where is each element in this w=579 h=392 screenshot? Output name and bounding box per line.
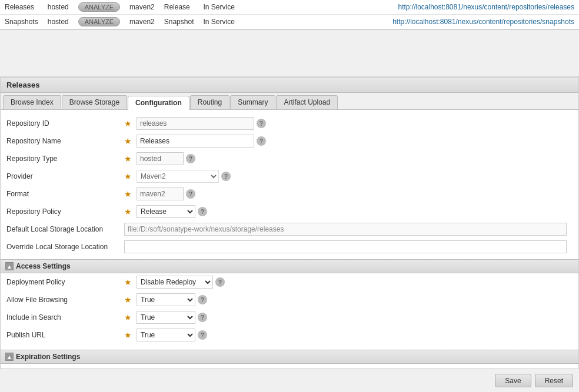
row-provider: maven2	[125, 0, 159, 15]
row-type: hosted	[43, 0, 74, 15]
required-star-8: ★	[124, 295, 132, 304]
row-name: Snapshots	[0, 15, 43, 29]
default-storage-row: Default Local Storage Location	[1, 220, 578, 238]
row-url[interactable]: http://localhost:8081/nexus/content/repo…	[239, 0, 579, 15]
default-storage-input	[124, 223, 567, 236]
allow-file-browsing-help-icon[interactable]: ?	[198, 295, 207, 304]
analyze-button[interactable]: ANALYZE	[78, 2, 120, 12]
deployment-policy-label: Deployment Policy	[6, 278, 124, 286]
publish-url-controls: ★ True False ?	[124, 329, 207, 341]
analyze-button[interactable]: ANALYZE	[78, 17, 120, 26]
reset-button[interactable]: Reset	[535, 374, 573, 387]
access-settings-header: ▲ Access Settings	[1, 259, 578, 273]
repository-policy-select[interactable]: Release Snapshot	[137, 205, 195, 218]
allow-file-browsing-controls: ★ True False ?	[124, 293, 207, 306]
repository-policy-help-icon[interactable]: ?	[198, 207, 207, 216]
format-help-icon[interactable]: ?	[186, 189, 195, 199]
include-in-search-help-icon[interactable]: ?	[198, 313, 207, 322]
override-storage-input[interactable]	[124, 240, 567, 253]
row-type: hosted	[43, 15, 74, 29]
expiration-settings-title: Expiration Settings	[16, 353, 80, 361]
repository-name-controls: ★ ?	[124, 135, 266, 148]
repository-id-controls: ★ ?	[124, 117, 266, 130]
access-settings-title: Access Settings	[16, 262, 71, 270]
tab-browse-index[interactable]: Browse Index	[3, 95, 61, 109]
deployment-policy-row: Deployment Policy ★ Disable Redeploy All…	[1, 273, 578, 291]
repository-name-label: Repository Name	[6, 137, 124, 145]
row-analyze[interactable]: ANALYZE	[74, 0, 125, 15]
include-in-search-controls: ★ True False ?	[124, 311, 207, 324]
collapse-icon[interactable]: ▲	[5, 262, 14, 270]
required-star-10: ★	[124, 330, 132, 340]
row-provider: maven2	[125, 15, 159, 29]
allow-file-browsing-row: Allow File Browsing ★ True False ?	[1, 291, 578, 309]
tab-bar: Browse IndexBrowse StorageConfigurationR…	[1, 93, 578, 110]
allow-file-browsing-select[interactable]: True False	[137, 293, 195, 306]
row-status: In Service	[198, 0, 239, 15]
row-policy: Release	[159, 0, 199, 15]
repository-list: Releases hosted ANALYZE maven2 Release I…	[0, 0, 579, 30]
repository-id-label: Repository ID	[6, 119, 124, 128]
collapse-expiration-icon[interactable]: ▲	[5, 353, 14, 361]
repository-name-input[interactable]	[137, 135, 254, 148]
spacer	[0, 30, 579, 77]
deployment-policy-select[interactable]: Disable Redeploy Allow Redeploy Read Onl…	[137, 276, 213, 289]
format-label: Format	[6, 190, 124, 198]
format-input	[137, 187, 184, 200]
repository-name-help-icon[interactable]: ?	[257, 136, 266, 146]
button-bar: Save Reset	[0, 368, 579, 392]
required-star-9: ★	[124, 313, 132, 322]
required-star: ★	[124, 119, 132, 128]
repository-policy-row: Repository Policy ★ Release Snapshot ?	[1, 203, 578, 220]
repository-type-label: Repository Type	[6, 155, 124, 163]
deployment-policy-help-icon[interactable]: ?	[215, 277, 225, 287]
tab-routing[interactable]: Routing	[190, 95, 229, 109]
required-star-4: ★	[124, 172, 132, 181]
default-storage-label: Default Local Storage Location	[6, 225, 124, 233]
repository-type-help-icon[interactable]: ?	[186, 154, 195, 163]
repository-type-input	[137, 152, 184, 165]
deployment-policy-controls: ★ Disable Redeploy Allow Redeploy Read O…	[124, 276, 225, 289]
include-in-search-row: Include in Search ★ True False ?	[1, 309, 578, 326]
required-star-5: ★	[124, 189, 132, 199]
provider-controls: ★ Maven2 ?	[124, 170, 231, 183]
row-name: Releases	[0, 0, 43, 15]
row-url[interactable]: http://localhost:8081/nexus/content/repo…	[239, 15, 579, 29]
override-storage-label: Override Local Storage Location	[6, 243, 124, 251]
row-status: In Service	[198, 15, 239, 29]
override-storage-row: Override Local Storage Location	[1, 238, 578, 256]
format-row: Format ★ ?	[1, 185, 578, 203]
repository-type-row: Repository Type ★ ?	[1, 150, 578, 167]
repository-id-row: Repository ID ★ ?	[1, 115, 578, 132]
required-star-7: ★	[124, 277, 132, 287]
save-button[interactable]: Save	[495, 374, 531, 387]
publish-url-label: Publish URL	[6, 331, 124, 339]
provider-label: Provider	[6, 172, 124, 180]
repository-type-controls: ★ ?	[124, 152, 195, 165]
tab-configuration[interactable]: Configuration	[128, 96, 189, 110]
include-in-search-select[interactable]: True False	[137, 311, 195, 324]
provider-help-icon[interactable]: ?	[221, 172, 231, 181]
provider-row: Provider ★ Maven2 ?	[1, 167, 578, 185]
required-star-2: ★	[124, 136, 132, 146]
publish-url-help-icon[interactable]: ?	[198, 330, 207, 340]
publish-url-row: Publish URL ★ True False ?	[1, 326, 578, 344]
required-star-6: ★	[124, 207, 132, 216]
configuration-form: Repository ID ★ ? Repository Name ★ ? Re…	[1, 110, 578, 392]
repository-id-help-icon[interactable]: ?	[257, 119, 266, 128]
row-analyze[interactable]: ANALYZE	[74, 15, 125, 29]
repository-id-input[interactable]	[137, 117, 254, 130]
row-policy: Snapshot	[159, 15, 199, 29]
table-row: Snapshots hosted ANALYZE maven2 Snapshot…	[0, 15, 579, 29]
repository-policy-controls: ★ Release Snapshot ?	[124, 205, 207, 218]
tab-summary[interactable]: Summary	[230, 95, 275, 109]
include-in-search-label: Include in Search	[6, 313, 124, 321]
tab-browse-storage[interactable]: Browse Storage	[62, 95, 127, 109]
configuration-panel: Releases Browse IndexBrowse StorageConfi…	[0, 77, 579, 392]
publish-url-select[interactable]: True False	[137, 329, 195, 341]
panel-title: Releases	[1, 78, 578, 93]
table-row: Releases hosted ANALYZE maven2 Release I…	[0, 0, 579, 15]
format-controls: ★ ?	[124, 187, 195, 200]
tab-artifact-upload[interactable]: Artifact Upload	[276, 95, 338, 109]
provider-select[interactable]: Maven2	[137, 170, 219, 183]
